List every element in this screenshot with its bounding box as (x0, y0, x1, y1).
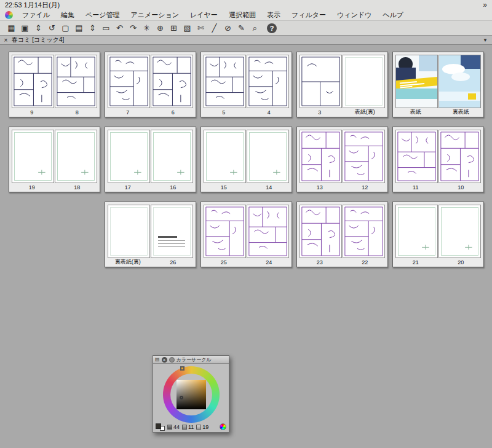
hue-value-icon (167, 425, 172, 430)
tab-close-icon[interactable]: × (2, 37, 9, 44)
menu-item-ページ管理[interactable]: ページ管理 (80, 10, 125, 20)
menu-item-レイヤー[interactable]: レイヤー (184, 10, 223, 20)
spread-裏表紙(裏)-26[interactable]: 裏表紙(裏)26 (105, 202, 196, 267)
page-thumb-24[interactable] (247, 205, 289, 258)
menu-item-アニメーション[interactable]: アニメーション (125, 10, 185, 20)
page-manager-view-icon[interactable]: ▦ (5, 22, 18, 34)
transform-icon[interactable]: ⊕ (154, 22, 167, 34)
duplicate-page-icon[interactable]: ▤ (73, 22, 85, 34)
brightness-value-icon (196, 425, 201, 430)
page-thumb-9[interactable] (12, 55, 54, 108)
page-number-label: 10 (438, 184, 484, 191)
page-thumb-19[interactable] (12, 130, 54, 183)
page-number-label: 21 (393, 259, 438, 265)
page-thumb-裏表紙(裏)[interactable] (108, 205, 150, 258)
page-thumb-22[interactable] (343, 205, 385, 258)
page-number-label: 18 (55, 184, 100, 191)
menu-item-編集[interactable]: 編集 (55, 10, 80, 20)
page-number-label: 7 (105, 109, 151, 116)
page-number-label: 20 (438, 259, 484, 265)
spread-7-6[interactable]: 76 (105, 52, 196, 117)
panel-collapse-icon[interactable] (169, 357, 175, 363)
page-thumb-21[interactable] (395, 205, 438, 258)
page-thumb-表紙[interactable] (395, 55, 438, 108)
spread-15-14[interactable]: 1514 (200, 127, 292, 192)
app-logo-icon[interactable] (5, 11, 13, 19)
spread-表紙-裏表紙[interactable]: 表紙裏表紙 (392, 52, 484, 117)
spread-9-8[interactable]: 98 (9, 52, 100, 117)
page-thumb-17[interactable] (108, 130, 150, 183)
page-thumb-表紙(裏)[interactable] (343, 55, 385, 108)
pen-tool-icon[interactable]: ✎ (235, 22, 248, 34)
undo-icon[interactable]: ↶ (113, 22, 126, 34)
line-tool-icon[interactable]: ╱ (208, 22, 221, 34)
page-thumb-3[interactable] (300, 55, 342, 108)
page-thumb-裏表紙[interactable] (438, 55, 481, 108)
page-thumb-16[interactable] (151, 130, 193, 183)
page-thumb-23[interactable] (300, 205, 342, 258)
page-thumb-20[interactable] (438, 205, 481, 258)
brightness-value-group: 19 (196, 424, 208, 430)
blank-template-icon[interactable]: ▭ (100, 22, 113, 34)
spread-13-12[interactable]: 1312 (296, 127, 388, 192)
saturation-value-square[interactable] (177, 380, 206, 409)
page-thumb-25[interactable] (204, 205, 246, 258)
page-number-label: 裏表紙 (438, 108, 484, 116)
page-thumb-11[interactable] (395, 130, 438, 183)
page-thumb-7[interactable] (108, 55, 150, 108)
order-stepper-icon[interactable]: ⇕ (86, 22, 99, 34)
spread-17-16[interactable]: 1716 (105, 127, 196, 192)
two-page-spread-icon[interactable]: ▣ (18, 22, 31, 34)
page-thumb-10[interactable] (438, 130, 481, 183)
overflow-chevron-icon[interactable]: » (483, 1, 487, 9)
panel-menu-icon[interactable]: ▤ (155, 356, 160, 363)
no-tool-icon[interactable]: ⊘ (221, 22, 234, 34)
brightness-value: 19 (202, 424, 208, 430)
spread-23-22[interactable]: 2322 (296, 202, 388, 267)
grid-icon[interactable]: ⊞ (167, 22, 180, 34)
clear-icon[interactable]: ✳ (140, 22, 153, 34)
help-icon[interactable]: ? (267, 23, 277, 33)
spread-19-18[interactable]: 1918 (9, 127, 100, 192)
spread-25-24[interactable]: 2524 (200, 202, 292, 267)
page-thumb-8[interactable] (55, 55, 97, 108)
spread-21-20[interactable]: 2120 (392, 202, 484, 267)
spread-5-4[interactable]: 54 (200, 52, 292, 117)
new-page-icon[interactable]: ▢ (59, 22, 72, 34)
menu-item-ヘルプ[interactable]: ヘルプ (377, 10, 409, 20)
page-thumb-12[interactable] (343, 130, 385, 183)
foreground-color-chip[interactable] (156, 423, 161, 429)
color-mode-wheel-icon[interactable] (220, 423, 226, 430)
select-area-icon[interactable]: ▧ (181, 22, 194, 34)
page-thumb-6[interactable] (151, 55, 193, 108)
menu-item-選択範囲[interactable]: 選択範囲 (223, 10, 261, 20)
page-thumb-15[interactable] (204, 130, 246, 183)
scissors-icon[interactable]: ✄ (194, 22, 207, 34)
page-thumb-26[interactable] (151, 205, 193, 258)
page-stepper-icon[interactable]: ⇕ (32, 22, 45, 34)
spread-3-表紙(裏)[interactable]: 3表紙(裏) (296, 52, 388, 117)
menu-items: ファイル編集ページ管理アニメーションレイヤー選択範囲表示フィルターウィンドウヘル… (17, 10, 409, 20)
hue-marker[interactable] (180, 366, 184, 371)
spread-row: 裏表紙(裏)26252423222120 (105, 202, 492, 267)
menu-item-フィルター[interactable]: フィルター (286, 10, 331, 20)
page-thumb-18[interactable] (55, 130, 97, 183)
color-wheel[interactable] (163, 366, 220, 423)
sv-marker[interactable] (180, 396, 183, 399)
page-thumb-5[interactable] (204, 55, 246, 108)
menu-item-ファイル[interactable]: ファイル (17, 10, 55, 20)
panel-close-icon[interactable]: × (162, 357, 167, 363)
color-chips[interactable] (156, 423, 165, 431)
tab-list-dropdown-icon[interactable]: ▼ (483, 37, 490, 43)
spread-11-10[interactable]: 1110 (392, 127, 484, 192)
menu-item-ウィンドウ[interactable]: ウィンドウ (331, 10, 377, 20)
redo-icon[interactable]: ↷ (127, 22, 140, 34)
panel-title-bar[interactable]: ▤ × カラーサークル (153, 356, 229, 364)
page-thumb-14[interactable] (247, 130, 289, 183)
page-thumb-4[interactable] (247, 55, 289, 108)
menu-item-表示[interactable]: 表示 (261, 10, 286, 20)
search-icon[interactable]: ⌕ (248, 22, 261, 34)
page-thumb-13[interactable] (300, 130, 342, 183)
tab-title[interactable]: 春コミ [コミック4] (12, 36, 64, 44)
rotate-view-icon[interactable]: ↺ (46, 22, 58, 34)
